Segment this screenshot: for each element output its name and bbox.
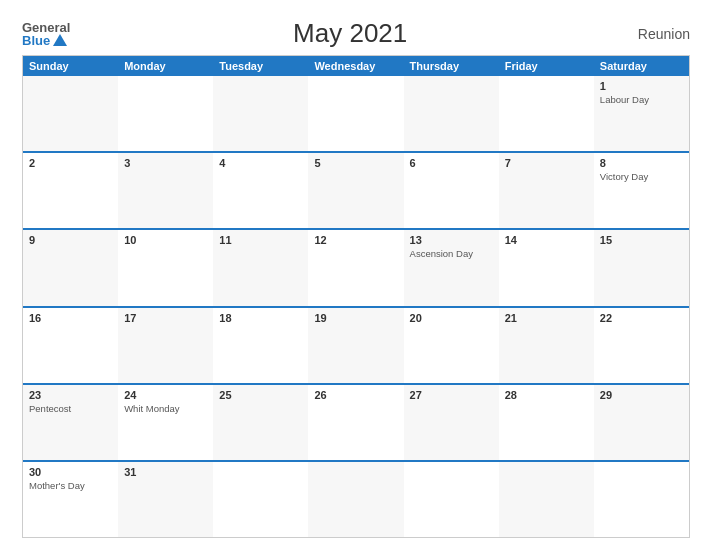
day-number: 11 — [219, 234, 302, 246]
calendar-cell — [23, 76, 118, 151]
calendar-cell: 28 — [499, 385, 594, 460]
day-number: 10 — [124, 234, 207, 246]
calendar-header: SundayMondayTuesdayWednesdayThursdayFrid… — [23, 56, 689, 76]
calendar-cell: 6 — [404, 153, 499, 228]
calendar-row-3: 16171819202122 — [23, 306, 689, 383]
day-number: 13 — [410, 234, 493, 246]
calendar-cell: 17 — [118, 308, 213, 383]
calendar-cell: 26 — [308, 385, 403, 460]
header-cell-monday: Monday — [118, 56, 213, 76]
calendar-cell: 24Whit Monday — [118, 385, 213, 460]
day-number: 25 — [219, 389, 302, 401]
calendar-cell — [308, 462, 403, 537]
day-number: 30 — [29, 466, 112, 478]
calendar-cell: 1Labour Day — [594, 76, 689, 151]
day-number: 27 — [410, 389, 493, 401]
top-bar: General Blue May 2021 Reunion — [22, 18, 690, 49]
day-number: 15 — [600, 234, 683, 246]
day-number: 7 — [505, 157, 588, 169]
calendar-cell — [404, 462, 499, 537]
day-number: 14 — [505, 234, 588, 246]
day-number: 18 — [219, 312, 302, 324]
holiday-name: Mother's Day — [29, 480, 112, 491]
holiday-name: Ascension Day — [410, 248, 493, 259]
calendar-cell — [213, 76, 308, 151]
holiday-name: Victory Day — [600, 171, 683, 182]
calendar-cell: 7 — [499, 153, 594, 228]
day-number: 8 — [600, 157, 683, 169]
calendar-cell: 9 — [23, 230, 118, 305]
header-cell-sunday: Sunday — [23, 56, 118, 76]
day-number: 2 — [29, 157, 112, 169]
day-number: 12 — [314, 234, 397, 246]
calendar-row-4: 23Pentecost24Whit Monday2526272829 — [23, 383, 689, 460]
day-number: 5 — [314, 157, 397, 169]
day-number: 4 — [219, 157, 302, 169]
calendar-cell: 4 — [213, 153, 308, 228]
header-cell-tuesday: Tuesday — [213, 56, 308, 76]
holiday-name: Labour Day — [600, 94, 683, 105]
calendar-cell: 8Victory Day — [594, 153, 689, 228]
day-number: 24 — [124, 389, 207, 401]
day-number: 17 — [124, 312, 207, 324]
day-number: 9 — [29, 234, 112, 246]
calendar-cell: 22 — [594, 308, 689, 383]
day-number: 16 — [29, 312, 112, 324]
calendar-cell: 11 — [213, 230, 308, 305]
calendar-cell: 10 — [118, 230, 213, 305]
calendar-cell — [308, 76, 403, 151]
day-number: 1 — [600, 80, 683, 92]
day-number: 22 — [600, 312, 683, 324]
day-number: 21 — [505, 312, 588, 324]
calendar-cell: 16 — [23, 308, 118, 383]
day-number: 31 — [124, 466, 207, 478]
calendar-cell — [118, 76, 213, 151]
calendar-cell: 5 — [308, 153, 403, 228]
calendar-cell — [594, 462, 689, 537]
header-cell-thursday: Thursday — [404, 56, 499, 76]
calendar-cell: 25 — [213, 385, 308, 460]
calendar-cell: 13Ascension Day — [404, 230, 499, 305]
day-number: 19 — [314, 312, 397, 324]
calendar-cell: 31 — [118, 462, 213, 537]
calendar-cell: 12 — [308, 230, 403, 305]
holiday-name: Pentecost — [29, 403, 112, 414]
page: General Blue May 2021 Reunion SundayMond… — [0, 0, 712, 550]
calendar-cell: 29 — [594, 385, 689, 460]
day-number: 6 — [410, 157, 493, 169]
header-cell-friday: Friday — [499, 56, 594, 76]
calendar-cell: 15 — [594, 230, 689, 305]
calendar-cell: 19 — [308, 308, 403, 383]
calendar-cell: 30Mother's Day — [23, 462, 118, 537]
calendar-body: 1Labour Day2345678Victory Day910111213As… — [23, 76, 689, 537]
calendar-cell: 23Pentecost — [23, 385, 118, 460]
calendar-row-1: 2345678Victory Day — [23, 151, 689, 228]
calendar-row-0: 1Labour Day — [23, 76, 689, 151]
day-number: 3 — [124, 157, 207, 169]
day-number: 29 — [600, 389, 683, 401]
holiday-name: Whit Monday — [124, 403, 207, 414]
calendar-title: May 2021 — [70, 18, 630, 49]
calendar-cell — [499, 462, 594, 537]
day-number: 20 — [410, 312, 493, 324]
day-number: 28 — [505, 389, 588, 401]
logo: General Blue — [22, 21, 70, 47]
day-number: 26 — [314, 389, 397, 401]
calendar-cell: 21 — [499, 308, 594, 383]
calendar-cell — [499, 76, 594, 151]
calendar-row-5: 30Mother's Day31 — [23, 460, 689, 537]
header-cell-saturday: Saturday — [594, 56, 689, 76]
calendar-cell: 18 — [213, 308, 308, 383]
calendar-cell: 27 — [404, 385, 499, 460]
calendar-cell: 14 — [499, 230, 594, 305]
logo-blue-text: Blue — [22, 34, 70, 47]
calendar-row-2: 910111213Ascension Day1415 — [23, 228, 689, 305]
region-label: Reunion — [630, 26, 690, 42]
header-cell-wednesday: Wednesday — [308, 56, 403, 76]
calendar-cell — [404, 76, 499, 151]
calendar-cell — [213, 462, 308, 537]
logo-triangle-icon — [53, 34, 67, 46]
calendar-cell: 20 — [404, 308, 499, 383]
day-number: 23 — [29, 389, 112, 401]
calendar-cell: 3 — [118, 153, 213, 228]
